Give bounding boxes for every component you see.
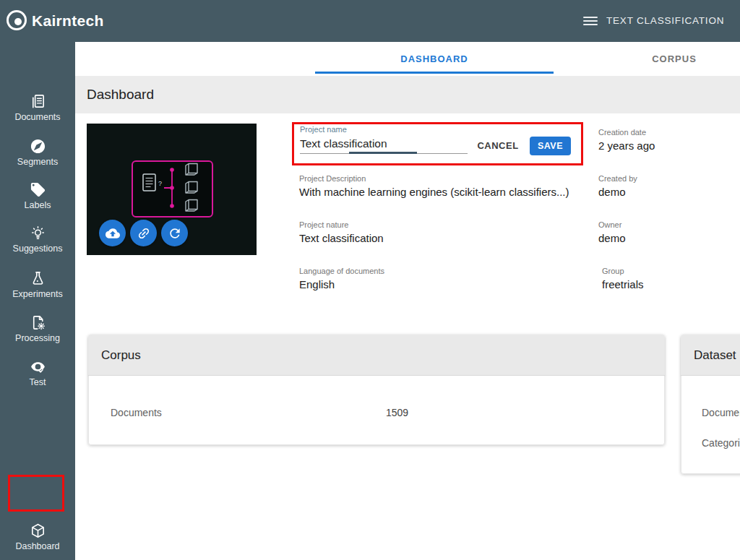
corpus-card-header: Corpus	[88, 335, 665, 376]
sidebar-item-processing[interactable]: Processing	[0, 314, 75, 343]
creation-date-label: Creation date	[598, 128, 646, 137]
dashboard-icon	[29, 522, 46, 539]
sidebar-item-label: Processing	[15, 333, 60, 343]
sidebar-item-label: Suggestions	[13, 244, 63, 254]
link-image-button[interactable]	[130, 220, 157, 246]
brand-title[interactable]: Kairntech	[32, 0, 104, 42]
save-button[interactable]: SAVE	[530, 137, 571, 155]
corpus-documents-label: Documents	[111, 406, 162, 419]
sidebar-item-experiments[interactable]: Experiments	[0, 270, 75, 299]
dataset-documents-label: Documents	[702, 406, 740, 419]
tab-bar: DASHBOARD CORPUS	[75, 42, 740, 76]
suggestions-icon	[29, 224, 46, 241]
language-value: English	[299, 278, 335, 290]
sidebar-item-segments[interactable]: Segments	[0, 137, 75, 167]
svg-text:?: ?	[158, 180, 162, 187]
dataset-card-title: Dataset	[694, 335, 736, 376]
sidebar-item-label: Labels	[25, 200, 51, 210]
active-tab-indicator	[315, 72, 554, 74]
sidebar-item-suggestions[interactable]: Suggestions	[0, 224, 75, 254]
input-underline-focus	[349, 152, 417, 154]
segments-icon	[29, 137, 46, 155]
link-icon	[137, 226, 151, 241]
dataset-categories-label: Categories	[702, 436, 740, 449]
corpus-documents-value: 1509	[386, 406, 408, 419]
corpus-card-body: Documents 1509	[88, 376, 665, 445]
page-title: Dashboard	[87, 76, 154, 113]
test-icon	[29, 358, 46, 375]
menu-icon[interactable]	[583, 17, 598, 25]
sidebar-nav: Documents Segments Labels Suggestions Ex…	[0, 42, 75, 560]
corpus-card: Corpus Documents 1509	[88, 335, 665, 445]
corpus-card-title: Corpus	[101, 335, 141, 376]
project-thumbnail: ?	[87, 124, 257, 255]
tab-dashboard[interactable]: DASHBOARD	[315, 42, 554, 76]
tab-corpus[interactable]: CORPUS	[555, 42, 740, 76]
title-band: Dashboard	[75, 76, 740, 113]
nature-value: Text classification	[299, 232, 384, 244]
labels-icon	[29, 181, 46, 198]
sidebar-item-documents[interactable]: Documents	[0, 92, 75, 122]
description-value: With machine learning engines (scikit-le…	[299, 186, 569, 198]
sidebar-item-dashboard[interactable]: Dashboard	[0, 522, 75, 551]
project-name-label: Project name	[300, 125, 347, 134]
sidebar-item-label: Segments	[17, 157, 58, 167]
created-by-label: Created by	[598, 174, 637, 183]
group-value: freetrials	[602, 278, 644, 290]
description-label: Project Description	[299, 174, 366, 183]
sidebar-item-label: Dashboard	[15, 541, 59, 551]
language-label: Language of documents	[299, 267, 384, 275]
owner-label: Owner	[598, 220, 621, 229]
nature-label: Project nature	[299, 220, 348, 229]
created-by-value: demo	[598, 186, 626, 198]
dataset-card-body: Documents Categories	[681, 376, 740, 474]
sidebar-item-label: Documents	[14, 112, 60, 122]
upload-image-button[interactable]	[99, 220, 126, 246]
classification-diagram: ?	[132, 160, 213, 217]
sidebar-item-label: Experiments	[12, 289, 62, 299]
experiments-icon	[29, 270, 46, 287]
owner-value: demo	[598, 232, 626, 244]
refresh-icon	[168, 226, 182, 241]
app-header: Kairntech TEXT CLASSIFICATION	[0, 0, 740, 42]
sidebar-item-label: Test	[30, 377, 46, 387]
processing-icon	[29, 314, 46, 331]
group-label: Group	[602, 267, 624, 275]
project-name-input[interactable]	[300, 137, 466, 151]
documents-icon	[29, 92, 46, 110]
refresh-image-button[interactable]	[161, 220, 188, 246]
sidebar-item-labels[interactable]: Labels	[0, 181, 75, 210]
creation-date-value: 2 years ago	[598, 139, 655, 152]
kairntech-logo-icon	[7, 10, 27, 30]
cancel-button[interactable]: CANCEL	[476, 139, 520, 152]
cloud-upload-icon	[106, 226, 120, 241]
project-menu-label[interactable]: TEXT CLASSIFICATION	[606, 0, 724, 42]
sidebar-item-test[interactable]: Test	[0, 358, 75, 387]
dataset-card: Dataset Documents Categories	[681, 335, 740, 474]
dataset-card-header: Dataset	[681, 335, 740, 376]
